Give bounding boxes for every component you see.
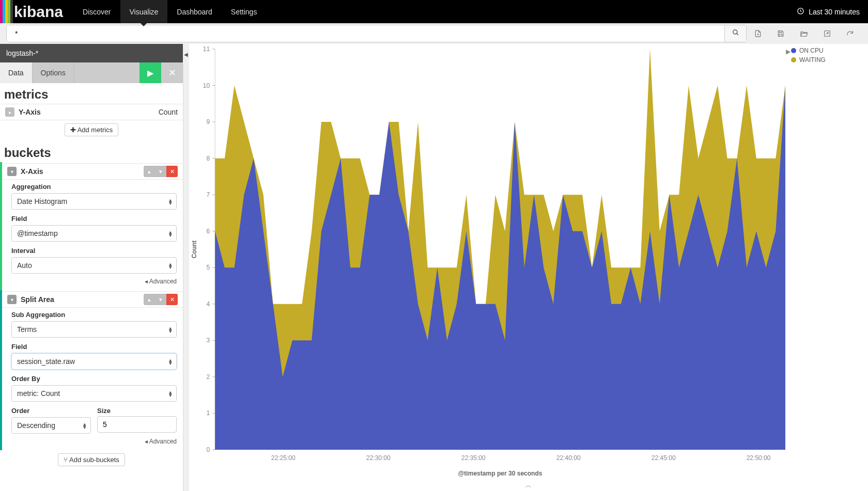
- metrics-heading: metrics: [0, 83, 183, 104]
- brand-logo[interactable]: kibana: [14, 3, 63, 21]
- split-field-select[interactable]: session_state.raw▴▾: [11, 353, 177, 370]
- remove-bucket-icon[interactable]: ✕: [166, 166, 178, 177]
- move-down-icon[interactable]: ▾: [155, 294, 166, 305]
- svg-text:6: 6: [206, 228, 210, 235]
- brand-stripes: [0, 0, 13, 23]
- svg-text:22:45:00: 22:45:00: [652, 454, 676, 462]
- xaxis-field-label: Field: [2, 212, 183, 224]
- svg-text:1: 1: [206, 409, 210, 417]
- legend-item-oncpu[interactable]: ON CPU: [791, 46, 866, 55]
- split-size-input[interactable]: [97, 416, 177, 433]
- index-pattern-bar[interactable]: logstash-*: [0, 44, 183, 62]
- bucket-split-block: ▾ Split Area ▴ ▾ ✕ Sub Aggregation Terms…: [0, 290, 183, 450]
- svg-text:8: 8: [206, 155, 210, 162]
- metric-yaxis-value: Count: [159, 108, 178, 116]
- svg-text:@timestamp per 30 seconds: @timestamp per 30 seconds: [458, 470, 542, 477]
- svg-text:9: 9: [206, 118, 210, 125]
- search-icon: [732, 29, 739, 38]
- top-nav: kibana Discover Visualize Dashboard Sett…: [0, 0, 868, 23]
- close-icon: ✕: [168, 67, 176, 78]
- svg-text:4: 4: [206, 300, 210, 308]
- caret-down-icon[interactable]: ▾: [7, 167, 17, 176]
- save-icon[interactable]: [777, 29, 785, 38]
- svg-text:22:40:00: 22:40:00: [556, 454, 581, 462]
- panel-tab-options[interactable]: Options: [33, 62, 74, 83]
- nav-tab-discover[interactable]: Discover: [73, 0, 120, 23]
- caret-down-icon[interactable]: ▾: [7, 295, 17, 304]
- time-picker-label: Last 30 minutes: [809, 8, 860, 16]
- svg-point-1: [733, 30, 737, 34]
- svg-text:22:30:00: 22:30:00: [366, 454, 391, 462]
- split-advanced-toggle[interactable]: ◂ Advanced: [2, 436, 183, 446]
- split-subagg-label: Sub Aggregation: [2, 308, 183, 320]
- add-sub-buckets-button[interactable]: ⑂ Add sub-buckets: [58, 453, 125, 466]
- metric-yaxis-label: Y-Axis: [19, 108, 41, 116]
- split-size-label: Size: [97, 404, 177, 416]
- move-up-icon[interactable]: ▴: [144, 294, 155, 305]
- apply-button[interactable]: ▶: [140, 62, 161, 83]
- xaxis-advanced-toggle[interactable]: ◂ Advanced: [2, 276, 183, 286]
- svg-text:5: 5: [206, 264, 210, 271]
- move-up-icon[interactable]: ▴: [144, 166, 155, 177]
- svg-text:11: 11: [203, 45, 210, 53]
- xaxis-agg-label: Aggregation: [2, 180, 183, 192]
- refresh-icon[interactable]: [846, 29, 854, 38]
- vis-editor-sidebar: logstash-* Data Options ▶ ✕ metrics ▸ Y-…: [0, 44, 183, 491]
- discard-button[interactable]: ✕: [161, 62, 183, 83]
- split-subagg-select[interactable]: Terms▴▾: [11, 321, 177, 338]
- svg-text:7: 7: [206, 191, 210, 198]
- action-icons: [754, 29, 862, 38]
- play-icon: ▶: [147, 68, 153, 78]
- move-down-icon[interactable]: ▾: [155, 166, 166, 177]
- svg-text:10: 10: [203, 82, 210, 89]
- time-picker[interactable]: Last 30 minutes: [788, 7, 868, 17]
- open-icon[interactable]: [799, 29, 809, 38]
- xaxis-interval-label: Interval: [2, 244, 183, 256]
- xaxis-field-select[interactable]: @timestamp▴▾: [11, 225, 177, 242]
- split-orderby-label: Order By: [2, 372, 183, 384]
- clock-icon: [797, 7, 804, 17]
- new-vis-icon[interactable]: [754, 29, 762, 38]
- bucket-xaxis-block: ▾ X-Axis ▴ ▾ ✕ Aggregation Date Histogra…: [0, 162, 183, 290]
- buckets-heading: buckets: [0, 141, 183, 162]
- share-icon[interactable]: [823, 29, 831, 38]
- svg-text:22:25:00: 22:25:00: [271, 454, 296, 462]
- svg-text:3: 3: [206, 337, 210, 344]
- svg-text:0: 0: [206, 446, 210, 453]
- svg-text:Count: Count: [191, 241, 198, 259]
- panel-tab-data[interactable]: Data: [0, 62, 33, 83]
- svg-text:22:35:00: 22:35:00: [461, 454, 486, 462]
- remove-bucket-icon[interactable]: ✕: [166, 294, 178, 305]
- svg-text:22:50:00: 22:50:00: [747, 454, 771, 462]
- search-container: [6, 25, 747, 42]
- panel-tabs: Data Options ▶ ✕: [0, 62, 183, 83]
- nav-tabs: Discover Visualize Dashboard Settings: [73, 0, 266, 23]
- bucket-split-header[interactable]: ▾ Split Area ▴ ▾ ✕: [2, 291, 183, 308]
- split-order-label: Order: [11, 404, 91, 416]
- svg-text:2: 2: [206, 373, 210, 381]
- add-metrics-button[interactable]: ✚ Add metrics: [65, 123, 119, 136]
- split-orderby-select[interactable]: metric: Count▴▾: [11, 385, 177, 402]
- caret-right-icon[interactable]: ▸: [5, 107, 14, 117]
- split-order-select[interactable]: Descending▴▾: [11, 417, 91, 434]
- nav-tab-visualize[interactable]: Visualize: [120, 0, 168, 23]
- nav-tab-settings[interactable]: Settings: [222, 0, 267, 23]
- metric-yaxis-row[interactable]: ▸ Y-Axis Count: [0, 104, 183, 120]
- split-field-label: Field: [2, 340, 183, 352]
- search-input[interactable]: [7, 25, 724, 42]
- search-row: [0, 23, 868, 44]
- bucket-xaxis-header[interactable]: ▾ X-Axis ▴ ▾ ✕: [2, 163, 183, 180]
- spy-toggle[interactable]: ︿: [525, 481, 532, 490]
- legend-item-waiting[interactable]: WAITING: [791, 55, 866, 65]
- xaxis-agg-select[interactable]: Date Histogram▴▾: [11, 193, 177, 210]
- sidebar-collapse-handle[interactable]: ◀: [183, 44, 189, 65]
- legend-collapse-handle[interactable]: ▶: [786, 48, 791, 55]
- chart-canvas[interactable]: 0123456789101122:25:0022:30:0022:35:0022…: [189, 44, 791, 481]
- nav-tab-dashboard[interactable]: Dashboard: [167, 0, 222, 23]
- search-button[interactable]: [724, 25, 746, 42]
- xaxis-interval-select[interactable]: Auto▴▾: [11, 257, 177, 274]
- visualization-area: 0123456789101122:25:0022:30:0022:35:0022…: [189, 44, 868, 491]
- legend: ON CPU WAITING: [791, 46, 866, 65]
